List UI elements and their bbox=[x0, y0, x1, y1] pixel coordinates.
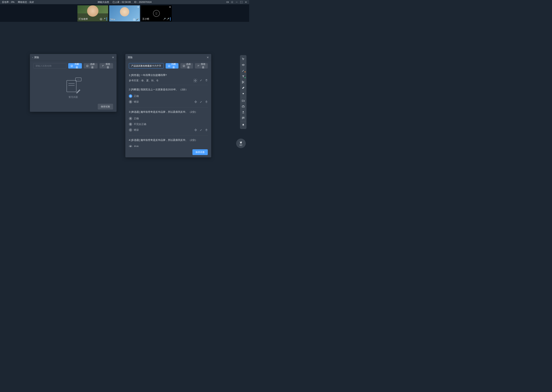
quiz-panel-empty: ‹ 测验 ✕ 判断题 选择题 简答题 暂无试题 保存试卷 bbox=[30, 54, 116, 112]
short-answer-button[interactable]: 简答题 bbox=[195, 63, 208, 69]
video-close-icon[interactable]: ✕ bbox=[137, 6, 139, 8]
question-option[interactable]: B不完全正确 bbox=[129, 123, 146, 126]
svg-rect-6 bbox=[71, 65, 73, 67]
elapsed-time: 已上课：02:34:09 bbox=[113, 0, 131, 4]
panel-title: 测验 bbox=[128, 56, 133, 59]
back-icon[interactable]: ‹ bbox=[32, 56, 33, 59]
judge-question-button[interactable]: 判断题 bbox=[68, 63, 82, 69]
raise-hand-button[interactable]: 0/2 bbox=[236, 139, 246, 148]
color-tool-icon[interactable] bbox=[240, 91, 247, 97]
svg-point-10 bbox=[242, 81, 243, 82]
question-option[interactable]: A正确 bbox=[129, 94, 139, 98]
toolbox-icon[interactable] bbox=[240, 104, 247, 109]
fullscreen-icon[interactable] bbox=[240, 1, 243, 3]
save-quiz-button[interactable]: 保存试卷 bbox=[98, 104, 113, 110]
judge-icon bbox=[71, 65, 73, 67]
question-option[interactable]: C错误 bbox=[129, 128, 139, 132]
option-text: 错误 bbox=[134, 128, 139, 132]
delete-icon[interactable] bbox=[205, 79, 208, 82]
bell-tool-icon[interactable] bbox=[240, 122, 247, 128]
choice-icon bbox=[86, 65, 88, 67]
edit-icon[interactable] bbox=[200, 79, 202, 82]
tool-sidebar bbox=[240, 55, 247, 129]
choice-question-button[interactable]: 选择题 bbox=[180, 63, 193, 69]
option-text: 正确 bbox=[134, 94, 139, 98]
svg-point-11 bbox=[242, 83, 243, 83]
scissors-tool-icon[interactable] bbox=[240, 79, 247, 85]
question-title: 2 [判断题] 我国宪法上一次更新是在2020年。 （2分） bbox=[129, 88, 208, 91]
option-badge: A bbox=[129, 94, 132, 98]
question-option[interactable]: B错误 bbox=[129, 100, 139, 104]
svg-rect-13 bbox=[242, 106, 244, 107]
svg-point-9 bbox=[183, 65, 185, 67]
video-name-label: Nina bbox=[110, 18, 115, 21]
close-icon[interactable]: ✕ bbox=[207, 56, 209, 59]
text-tool-icon[interactable] bbox=[240, 73, 247, 79]
option-text: 错误 bbox=[134, 100, 139, 104]
question-option[interactable]: A正确 bbox=[129, 117, 139, 120]
video-name-label: 王小明 bbox=[142, 17, 149, 21]
delete-icon[interactable] bbox=[205, 100, 208, 103]
packet-loss: 丢包率：0% bbox=[2, 0, 14, 4]
option-text: 正确 bbox=[134, 117, 139, 120]
option-badge: B bbox=[129, 100, 132, 104]
chat-tool-icon[interactable] bbox=[240, 115, 247, 121]
video-tile-student[interactable]: ✕ 王小明 🎤 🎤 bbox=[141, 5, 172, 21]
option-badge: A bbox=[129, 117, 132, 120]
signal-icon bbox=[170, 17, 171, 21]
save-quiz-button[interactable]: 保存试卷 bbox=[192, 149, 208, 155]
choice-icon bbox=[183, 65, 185, 67]
mic-icon: 🎤 bbox=[136, 18, 139, 21]
move-icon[interactable] bbox=[194, 100, 197, 103]
svg-point-17 bbox=[243, 118, 244, 118]
panel-title: 测验 bbox=[34, 56, 39, 59]
question-block: 1 [简答题] 一年四季分别是哪四季?参考答案：春、夏、秋、冬 bbox=[129, 71, 208, 85]
camera-toggle-icon[interactable] bbox=[226, 1, 229, 3]
option-badge: B bbox=[129, 123, 132, 126]
close-icon[interactable]: ✕ bbox=[112, 56, 114, 59]
eraser-tool-icon[interactable] bbox=[240, 85, 247, 91]
course-title: 神秘大自然 bbox=[98, 0, 109, 4]
mic-icon: 🎤 bbox=[103, 18, 106, 20]
svg-rect-8 bbox=[168, 65, 170, 67]
cursor-tool-icon[interactable] bbox=[240, 56, 247, 62]
short-answer-button[interactable]: 简答题 bbox=[100, 63, 113, 69]
question-title: 3 [单选题] 施华洛世奇是反华品牌，所以梁鼎琪反华。 （2分） bbox=[129, 110, 208, 114]
video-strip: 叮当老师 🎤 ✕ Nina 🎤 ✕ 王小明 🎤 🎤 bbox=[0, 4, 249, 22]
video-tile-student[interactable]: ✕ Nina 🎤 bbox=[109, 5, 140, 21]
question-block: 3 [单选题] 施华洛世奇是反华品牌，所以梁鼎琪反华。 （2分）A正确B不完全正… bbox=[129, 108, 208, 136]
minimize-icon[interactable] bbox=[235, 1, 238, 3]
move-icon[interactable] bbox=[194, 79, 197, 82]
svg-point-1 bbox=[232, 2, 232, 2]
empty-text: 暂无试题 bbox=[69, 96, 78, 99]
option-text: 不完全正确 bbox=[134, 123, 146, 126]
quiz-panel-populated: 测验 ✕ 产品说试卷名称最多十六个字 判断题 选择题 简答题 1 [简答题] 一… bbox=[125, 54, 211, 157]
question-option[interactable]: A是的 bbox=[129, 145, 139, 147]
folder-tool-icon[interactable] bbox=[240, 98, 247, 104]
svg-point-15 bbox=[243, 118, 243, 118]
text-icon bbox=[102, 65, 104, 67]
edit-icon[interactable] bbox=[200, 129, 202, 131]
edit-icon[interactable] bbox=[200, 100, 202, 103]
video-tile-teacher[interactable]: 叮当老师 🎤 bbox=[77, 5, 108, 21]
settings-icon[interactable] bbox=[231, 1, 233, 3]
move-icon[interactable] bbox=[194, 129, 197, 131]
mic-icon: 🎤 bbox=[167, 18, 169, 20]
move-tool-icon[interactable] bbox=[240, 62, 247, 68]
choice-question-button[interactable]: 选择题 bbox=[84, 63, 97, 69]
quiz-name-input[interactable] bbox=[33, 63, 66, 69]
signal-icon bbox=[106, 17, 107, 21]
hand-count: 0/2 bbox=[240, 144, 242, 146]
judge-question-button[interactable]: 判断题 bbox=[166, 63, 178, 69]
focus-icon bbox=[100, 18, 102, 20]
user-tool-icon[interactable] bbox=[240, 109, 247, 115]
pen-tool-icon[interactable] bbox=[240, 68, 247, 73]
quiz-name-input[interactable]: 产品说试卷名称最多十六个字 bbox=[129, 63, 164, 69]
close-window-icon[interactable] bbox=[245, 1, 247, 3]
question-block: 2 [判断题] 我国宪法上一次更新是在2020年。 （2分）A正确B错误 bbox=[129, 85, 208, 108]
option-text: 是的 bbox=[134, 145, 139, 147]
delete-icon[interactable] bbox=[205, 129, 208, 131]
option-badge: A bbox=[129, 145, 132, 147]
focus-icon bbox=[133, 18, 135, 21]
video-close-icon[interactable]: ✕ bbox=[169, 6, 171, 8]
